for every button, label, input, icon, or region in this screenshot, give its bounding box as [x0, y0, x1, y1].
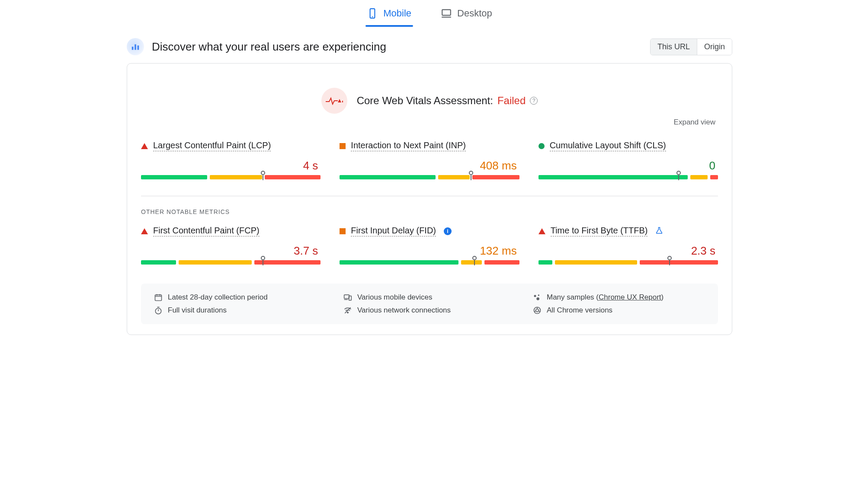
distribution-bar — [141, 260, 321, 265]
foot-samples-text: Many samples — [547, 293, 594, 301]
devices-icon — [343, 293, 352, 302]
field-data-card: Core Web Vitals Assessment: Failed ? Exp… — [127, 63, 732, 335]
metric-label[interactable]: Largest Contentful Paint (LCP) — [153, 140, 271, 151]
divider — [141, 196, 718, 196]
metric-cls: Cumulative Layout Shift (CLS)0 — [538, 140, 718, 179]
foot-period-text: Latest 28-day collection period — [168, 293, 268, 302]
stopwatch-icon — [154, 306, 163, 315]
other-metrics-heading: OTHER NOTABLE METRICS — [141, 208, 718, 215]
percentile-marker — [472, 256, 477, 260]
scope-toggle: This URL Origin — [650, 38, 732, 55]
svg-rect-2 — [442, 10, 451, 15]
scope-origin[interactable]: Origin — [697, 39, 732, 55]
metric-label[interactable]: First Contentful Paint (FCP) — [153, 226, 260, 236]
network-icon — [343, 306, 352, 315]
metric-value: 4 s — [141, 159, 318, 172]
tab-mobile-label: Mobile — [383, 8, 411, 19]
data-source-panel: Latest 28-day collection period Various … — [141, 284, 718, 324]
metric-fcp: First Contentful Paint (FCP)3.7 s — [141, 226, 321, 265]
percentile-marker — [667, 256, 672, 260]
svg-rect-5 — [135, 45, 136, 50]
metric-label[interactable]: First Input Delay (FID) — [351, 226, 436, 236]
foot-devices-text: Various mobile devices — [357, 293, 433, 302]
assessment-label: Core Web Vitals Assessment: — [357, 95, 493, 107]
metric-ttfb: Time to First Byte (TTFB)2.3 s — [538, 226, 718, 265]
assessment-status: Failed — [497, 95, 526, 107]
scope-this-url[interactable]: This URL — [651, 39, 697, 55]
percentile-marker — [261, 256, 265, 260]
device-tabs: Mobile Desktop — [127, 0, 732, 27]
metric-value: 2.3 s — [538, 244, 715, 258]
expand-view-link[interactable]: Expand view — [141, 118, 715, 127]
svg-rect-9 — [155, 295, 162, 300]
crux-report-link[interactable]: Chrome UX Report — [599, 293, 661, 301]
svg-point-17 — [538, 294, 539, 296]
core-vitals-grid: Largest Contentful Paint (LCP)4 s Intera… — [141, 140, 718, 179]
svg-rect-13 — [344, 295, 349, 298]
metric-label[interactable]: Time to First Byte (TTFB) — [551, 226, 648, 236]
crux-icon — [127, 38, 144, 55]
desktop-icon — [441, 8, 452, 19]
metric-lcp: Largest Contentful Paint (LCP)4 s — [141, 140, 321, 179]
percentile-marker — [676, 171, 681, 175]
pulse-icon — [321, 88, 347, 114]
mobile-icon — [367, 8, 378, 19]
chrome-icon — [533, 306, 542, 315]
foot-network-text: Various network connections — [357, 306, 451, 315]
metric-value: 0 — [538, 159, 715, 172]
percentile-marker — [469, 171, 473, 175]
svg-rect-6 — [138, 45, 139, 50]
svg-line-27 — [538, 311, 540, 312]
calendar-icon — [154, 293, 163, 302]
samples-icon — [533, 293, 542, 302]
foot-samples: Many samples (Chrome UX Report) — [533, 293, 705, 302]
tab-mobile[interactable]: Mobile — [364, 3, 414, 27]
distribution-bar — [340, 175, 519, 179]
metric-fid: First Input Delay (FID)i132 ms — [340, 226, 519, 265]
distribution-bar — [538, 260, 718, 265]
foot-network: Various network connections — [343, 306, 516, 315]
metric-label[interactable]: Cumulative Layout Shift (CLS) — [550, 140, 666, 151]
assessment-help-icon[interactable]: ? — [530, 97, 538, 105]
svg-point-16 — [534, 295, 536, 297]
svg-rect-8 — [342, 101, 343, 102]
tab-desktop[interactable]: Desktop — [438, 3, 495, 27]
metric-value: 132 ms — [340, 244, 516, 258]
foot-duration: Full visit durations — [154, 306, 326, 315]
other-metrics-grid: First Contentful Paint (FCP)3.7 s First … — [141, 226, 718, 265]
metric-value: 3.7 s — [141, 244, 318, 258]
svg-line-28 — [534, 311, 536, 312]
distribution-bar — [141, 175, 321, 179]
distribution-bar — [538, 175, 718, 179]
foot-period: Latest 28-day collection period — [154, 293, 326, 302]
cwv-assessment: Core Web Vitals Assessment: Failed ? — [141, 88, 718, 114]
tab-desktop-label: Desktop — [457, 8, 492, 19]
svg-point-25 — [536, 309, 539, 312]
metric-label[interactable]: Interaction to Next Paint (INP) — [351, 140, 466, 151]
foot-versions: All Chrome versions — [533, 306, 705, 315]
svg-marker-7 — [338, 99, 341, 102]
flask-icon — [655, 226, 663, 236]
foot-duration-text: Full visit durations — [168, 306, 227, 315]
svg-point-18 — [536, 297, 539, 300]
foot-versions-text: All Chrome versions — [547, 306, 612, 315]
foot-devices: Various mobile devices — [343, 293, 516, 302]
metric-inp: Interaction to Next Paint (INP)408 ms — [340, 140, 519, 179]
svg-rect-4 — [132, 47, 134, 50]
distribution-bar — [340, 260, 519, 265]
metric-value: 408 ms — [340, 159, 516, 172]
percentile-marker — [261, 171, 265, 175]
section-title: Discover what your real users are experi… — [152, 40, 386, 54]
svg-point-22 — [347, 312, 349, 313]
info-icon[interactable]: i — [444, 227, 452, 235]
